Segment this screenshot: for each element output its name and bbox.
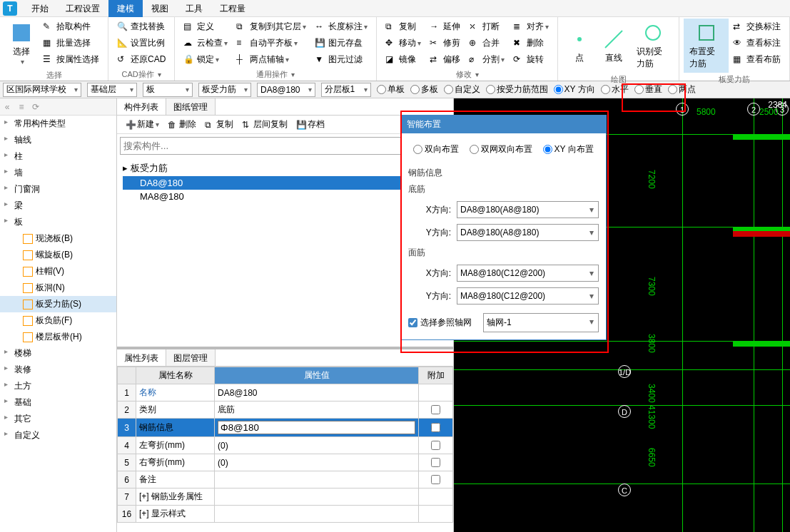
radio-ver[interactable]: 垂直: [634, 83, 662, 96]
ref-grid-checkbox[interactable]: [408, 318, 417, 327]
tree-leaf[interactable]: 柱帽(V): [0, 263, 116, 280]
cloud-check-button[interactable]: ☁云检查▾: [181, 36, 231, 51]
menu-tools[interactable]: 工具: [177, 0, 211, 17]
filter-elem-button[interactable]: ▼图元过滤: [312, 52, 370, 67]
tree-item[interactable]: 梁: [0, 198, 116, 214]
prop-cell[interactable]: [419, 437, 453, 454]
prop-cell[interactable]: DA8@180: [215, 384, 419, 401]
del-button[interactable]: 🗑删除: [168, 118, 196, 131]
offset-button[interactable]: ⇄偏移: [427, 52, 463, 67]
tab-component-list[interactable]: 构件列表: [117, 98, 166, 115]
delete-button[interactable]: ✖删除: [510, 36, 552, 51]
prop-value-input[interactable]: [218, 421, 415, 434]
radio-two[interactable]: 两点: [668, 83, 696, 96]
swap-dim-button[interactable]: ⇄交换标注: [730, 19, 784, 34]
tree-collapse-icon[interactable]: «: [0, 102, 14, 112]
fsel-project[interactable]: 区国际网球学校: [3, 83, 81, 97]
prop-cell[interactable]: (0): [215, 437, 419, 454]
fsel-spec[interactable]: DA8@180: [257, 83, 315, 97]
radio-xy[interactable]: XY 方向: [554, 83, 595, 96]
prop-cell[interactable]: 2: [118, 401, 136, 419]
layer-copy-button[interactable]: ⇅层间复制: [242, 118, 288, 131]
lock-button[interactable]: 🔒锁定▾: [181, 52, 231, 67]
prop-cell[interactable]: 类别: [136, 401, 215, 419]
tree-item[interactable]: 自定义: [0, 427, 116, 444]
tree-item[interactable]: 常用构件类型: [0, 116, 116, 132]
select-button[interactable]: 选择▾: [4, 19, 39, 68]
copy-to-layer-button[interactable]: ⧉复制到其它层▾: [233, 19, 309, 34]
prop-cell[interactable]: 3: [118, 419, 136, 437]
tree-item[interactable]: 楼梯: [0, 345, 116, 362]
view-rebar-button[interactable]: ▦查看布筋: [730, 52, 784, 67]
fsel-layer[interactable]: 分层板1: [321, 83, 371, 97]
archive-button[interactable]: 💾存档: [296, 118, 325, 131]
prop-cell[interactable]: [215, 419, 419, 437]
prop-extra-checkbox[interactable]: [431, 475, 440, 484]
tree-item[interactable]: 门窗洞: [0, 181, 116, 198]
prop-cell[interactable]: 5: [118, 454, 136, 471]
radio-custom[interactable]: 自定义: [444, 83, 480, 96]
save-elem-button[interactable]: 💾图元存盘: [312, 36, 370, 51]
prop-extra-checkbox[interactable]: [431, 458, 440, 467]
rotate-button[interactable]: ⟳旋转: [510, 52, 552, 67]
find-replace-button[interactable]: 🔍查找替换: [114, 19, 168, 34]
merge-button[interactable]: ⊕合并: [466, 36, 507, 51]
set-scale-button[interactable]: 📐设置比例: [114, 36, 168, 51]
prop-cell[interactable]: 左弯折(mm): [136, 437, 215, 454]
auto-align-button[interactable]: ≡自动平齐板▾: [233, 36, 309, 51]
prop-cell[interactable]: [215, 471, 419, 488]
fsel-floor[interactable]: 基础层: [87, 83, 137, 97]
copy-button2[interactable]: ⧉复制: [205, 118, 233, 131]
select-by-attr-button[interactable]: ☰按属性选择: [40, 52, 102, 67]
prop-cell[interactable]: 备注: [136, 471, 215, 488]
copy-button[interactable]: ⧉复制: [383, 19, 424, 34]
prop-cell[interactable]: [419, 401, 453, 419]
new-button[interactable]: ➕新建▾: [126, 118, 159, 131]
prop-cell[interactable]: [419, 419, 453, 437]
prop-cell[interactable]: 7: [118, 488, 136, 506]
extend-button[interactable]: →延伸: [427, 19, 463, 34]
prop-cell[interactable]: [+] 钢筋业务属性: [136, 488, 215, 506]
prop-cell[interactable]: 钢筋信息: [136, 419, 215, 437]
tree-leaf[interactable]: 楼层板带(H): [0, 329, 116, 345]
menu-view[interactable]: 视图: [143, 0, 177, 17]
bottom-y-select[interactable]: DA8@180(A8@180): [457, 224, 599, 241]
tree-expand-icon[interactable]: ≡: [14, 102, 29, 112]
prop-cell[interactable]: 底筋: [215, 401, 419, 419]
top-y-select[interactable]: MA8@180(C12@200): [457, 287, 599, 305]
component-item[interactable]: DA8@180: [123, 176, 447, 190]
menu-project-settings[interactable]: 工程设置: [57, 0, 108, 17]
point-button[interactable]: 点: [562, 19, 597, 73]
length-dim-button[interactable]: ↔长度标注▾: [312, 19, 370, 34]
fsel-type[interactable]: 板受力筋: [198, 83, 251, 97]
radio-hor[interactable]: 水平: [601, 83, 629, 96]
prop-cell[interactable]: 1: [118, 384, 136, 401]
top-x-select[interactable]: MA8@180(C12@200): [457, 265, 599, 282]
prop-cell[interactable]: 4: [118, 437, 136, 454]
batch-select-button[interactable]: ▦批量选择: [40, 36, 102, 51]
dlg-radio-dbl[interactable]: 双网双向布置: [470, 143, 532, 155]
fsel-category[interactable]: 板: [143, 83, 193, 97]
tree-item[interactable]: 装修: [0, 362, 116, 378]
tree-leaf[interactable]: 螺旋板(B): [0, 247, 116, 263]
tree-refresh-icon[interactable]: ⟳: [29, 102, 43, 112]
dlg-radio-bi[interactable]: 双向布置: [413, 143, 459, 155]
prop-cell[interactable]: [215, 506, 419, 523]
malign-button[interactable]: ≣对齐▾: [510, 19, 552, 34]
radio-single[interactable]: 单板: [377, 83, 405, 96]
complist-root[interactable]: ▸ 板受力筋: [123, 160, 447, 176]
mirror-button[interactable]: ◪镜像: [383, 52, 424, 67]
prop-cell[interactable]: 16: [118, 506, 136, 523]
tree-leaf[interactable]: 板受力筋(S): [0, 296, 116, 312]
prop-cell[interactable]: [419, 488, 453, 506]
define-button[interactable]: ▤定义: [181, 19, 231, 34]
restore-cad-button[interactable]: ↺还原CAD: [114, 52, 168, 67]
view-dim-button[interactable]: 👁查看标注: [730, 36, 784, 51]
trim-button[interactable]: ✂修剪: [427, 36, 463, 51]
layout-rebar-button[interactable]: 布置受力筋: [684, 19, 729, 73]
ref-grid-select[interactable]: 轴网-1: [483, 313, 599, 332]
prop-cell[interactable]: [215, 488, 419, 506]
radio-multi[interactable]: 多板: [410, 83, 438, 96]
prop-cell[interactable]: [419, 471, 453, 488]
tree-item[interactable]: 其它: [0, 411, 116, 427]
